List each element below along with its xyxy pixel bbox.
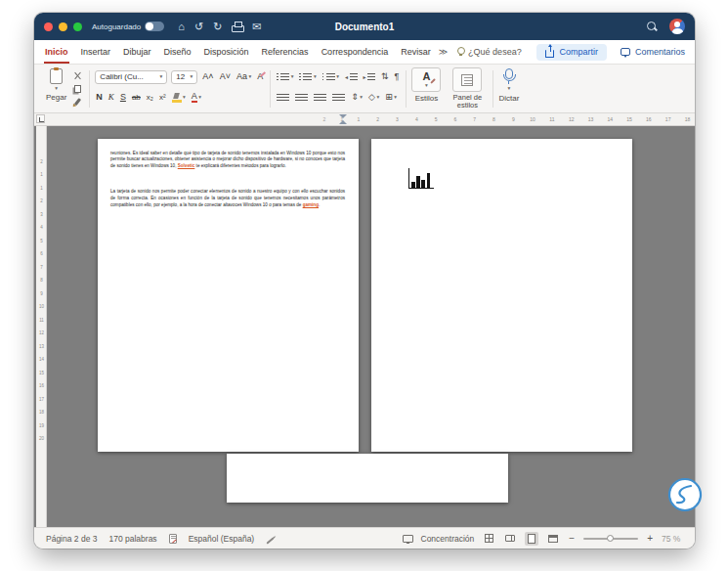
tell-me-control[interactable]: ¿Qué desea? bbox=[457, 40, 522, 64]
ribbon-tab[interactable]: Correspondencia bbox=[321, 40, 390, 64]
styles-pane-button[interactable] bbox=[452, 67, 482, 92]
ribbon-tab[interactable]: Disposición bbox=[203, 40, 250, 64]
align-center-button[interactable] bbox=[294, 93, 309, 103]
hyperlink-gaming[interactable]: gaming bbox=[303, 202, 319, 207]
ribbon-tab[interactable]: Inicio bbox=[44, 40, 69, 64]
justify-button[interactable] bbox=[331, 93, 346, 103]
close-window-button[interactable] bbox=[44, 22, 53, 31]
traffic-lights bbox=[44, 22, 82, 31]
caret-down-icon: ▾ bbox=[376, 95, 379, 101]
zoom-slider[interactable] bbox=[583, 538, 638, 540]
align-right-button[interactable] bbox=[313, 93, 327, 103]
document-text[interactable]: reuniones. Es ideal saber en detalle qué… bbox=[110, 151, 345, 209]
home-icon[interactable]: ⌂ bbox=[178, 22, 185, 32]
document-page-next[interactable] bbox=[227, 454, 508, 503]
highlight-color-button[interactable]: ▾ bbox=[171, 93, 187, 103]
format-painter-button[interactable] bbox=[71, 97, 83, 106]
chart-bar bbox=[427, 173, 431, 188]
language-indicator[interactable]: Español (España) bbox=[189, 534, 255, 544]
bold-button[interactable]: N bbox=[95, 93, 104, 102]
ribbon-tab[interactable]: Revisar bbox=[400, 40, 432, 64]
numbering-button[interactable]: ▾ bbox=[298, 72, 317, 82]
increase-indent-button[interactable]: ▸ bbox=[363, 72, 377, 82]
borders-icon: ⊞ bbox=[385, 93, 393, 102]
search-icon[interactable] bbox=[647, 22, 658, 32]
styles-pane-icon bbox=[461, 74, 473, 86]
underline-button[interactable]: S bbox=[119, 93, 127, 102]
ruler-number: 5 bbox=[426, 116, 446, 122]
undo-icon[interactable]: ↺ bbox=[194, 22, 203, 32]
ribbon-tab[interactable]: Diseño bbox=[163, 40, 193, 64]
comments-button[interactable]: Comentarios bbox=[621, 47, 685, 57]
grow-font-button[interactable]: A˄ bbox=[201, 72, 214, 81]
multilevel-list-icon bbox=[322, 72, 335, 82]
copy-button[interactable] bbox=[71, 84, 83, 93]
ribbon-tabs: InicioInsertarDibujarDiseñoDisposiciónRe… bbox=[44, 40, 432, 64]
ribbon-tab[interactable]: Insertar bbox=[80, 40, 112, 64]
line-spacing-button[interactable]: ⇕▾ bbox=[350, 93, 364, 102]
sort-button[interactable]: ⇅ bbox=[380, 72, 390, 81]
font-size-value: 12 bbox=[176, 72, 185, 81]
zoom-slider-thumb[interactable] bbox=[607, 535, 614, 542]
horizontal-ruler[interactable]: 21 123456789101112131415161718 bbox=[34, 113, 695, 126]
decrease-indent-button[interactable]: ◂ bbox=[344, 72, 359, 82]
word-count[interactable]: 170 palabras bbox=[108, 534, 156, 544]
shading-button[interactable]: ◇▾ bbox=[367, 93, 380, 102]
redo-icon[interactable]: ↻ bbox=[213, 22, 222, 32]
focus-mode-icon bbox=[403, 535, 413, 543]
autosave-control[interactable]: Autoguardado bbox=[92, 22, 164, 31]
align-left-button[interactable] bbox=[276, 93, 290, 103]
borders-button[interactable]: ⊞▾ bbox=[384, 93, 398, 102]
tabs-overflow-chevron[interactable]: ≫ bbox=[439, 40, 448, 64]
zoom-window-button[interactable] bbox=[73, 22, 82, 31]
italic-button[interactable]: K bbox=[107, 93, 115, 102]
ribbon-tab[interactable]: Dibujar bbox=[122, 40, 152, 64]
indent-marker[interactable] bbox=[339, 114, 347, 124]
superscript-button[interactable]: x² bbox=[158, 94, 167, 102]
dictate-button[interactable]: ▾ bbox=[505, 68, 513, 92]
paste-button[interactable]: ▾ bbox=[50, 68, 63, 92]
bullet-list-icon bbox=[277, 72, 289, 82]
caret-down-icon: ▾ bbox=[336, 74, 339, 80]
tab-selector-icon[interactable] bbox=[36, 114, 45, 123]
mail-icon[interactable]: ✉ bbox=[252, 22, 261, 32]
shrink-font-button[interactable]: A˅ bbox=[219, 72, 232, 81]
font-color-button[interactable]: A▾ bbox=[191, 92, 202, 104]
hyperlink-solvetic[interactable]: Solvetic bbox=[178, 163, 195, 168]
autosave-toggle[interactable] bbox=[145, 22, 164, 31]
document-page-left[interactable]: reuniones. Es ideal saber en detalle qué… bbox=[98, 139, 359, 452]
strikethrough-button[interactable]: ab bbox=[131, 94, 142, 102]
ruler-number: 20 bbox=[36, 436, 47, 450]
account-avatar[interactable] bbox=[669, 19, 685, 34]
view-print-layout-button[interactable] bbox=[525, 532, 538, 546]
document-page-right[interactable] bbox=[371, 139, 632, 452]
page-indicator[interactable]: Página 2 de 3 bbox=[46, 534, 97, 544]
change-case-button[interactable]: Aa▾ bbox=[236, 72, 252, 81]
vertical-ruler[interactable]: 211234567891011121314151617181920 bbox=[36, 126, 47, 528]
focus-mode-label[interactable]: Concentración bbox=[421, 534, 475, 544]
print-icon[interactable] bbox=[232, 22, 242, 31]
multilevel-list-button[interactable]: ▾ bbox=[321, 72, 340, 82]
subscript-button[interactable]: x₂ bbox=[146, 94, 154, 102]
show-marks-button[interactable]: ¶ bbox=[394, 72, 401, 81]
view-grid-button[interactable] bbox=[482, 532, 495, 546]
zoom-percentage[interactable]: 75 % bbox=[662, 534, 683, 544]
font-size-select[interactable]: 12 ▾ bbox=[171, 70, 197, 84]
proofing-status-icon[interactable] bbox=[169, 534, 177, 544]
minimize-window-button[interactable] bbox=[59, 22, 67, 31]
view-web-layout-button[interactable] bbox=[546, 532, 560, 546]
cut-button[interactable] bbox=[71, 71, 83, 80]
styles-button[interactable]: A ▾ bbox=[411, 67, 441, 92]
paragraph: reuniones. Es ideal saber en detalle qué… bbox=[110, 151, 345, 170]
clear-formatting-button[interactable]: A bbox=[256, 72, 264, 81]
share-button[interactable]: Compartir bbox=[536, 44, 607, 61]
font-name-select[interactable]: Calibri (Cu... ▾ bbox=[95, 70, 167, 84]
bar-chart-image[interactable] bbox=[408, 168, 434, 189]
zoom-in-button[interactable]: + bbox=[646, 534, 654, 544]
bullets-button[interactable]: ▾ bbox=[276, 72, 294, 82]
pen-status-icon[interactable] bbox=[267, 537, 275, 544]
ribbon-tab[interactable]: Referencias bbox=[261, 40, 310, 64]
view-read-button[interactable] bbox=[503, 532, 517, 546]
ruler-number: 2 bbox=[36, 198, 47, 212]
zoom-out-button[interactable]: − bbox=[568, 534, 576, 544]
